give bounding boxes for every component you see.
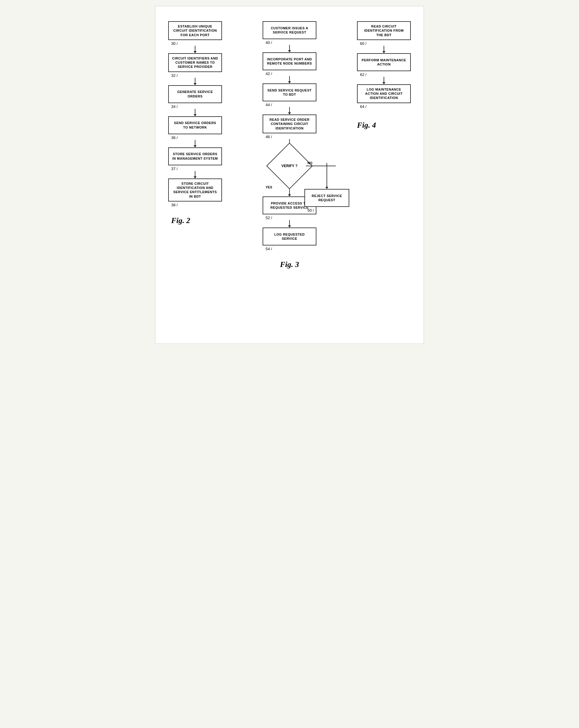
- arrowhead4: [194, 145, 197, 148]
- column-fig3: CUSTOMER ISSUES A SERVICE REQUEST 40 / I…: [227, 18, 352, 269]
- ref-40: 40 /: [266, 41, 272, 45]
- arrow-52: [289, 220, 290, 226]
- box-store-circuit: STORE CIRCUIT IDENTIFICATION AND SERVICE…: [168, 179, 222, 202]
- yes-label: YES: [266, 185, 272, 189]
- ref-37: 37 /: [171, 166, 178, 171]
- arrow-30: [195, 46, 195, 51]
- arrow-36: [195, 140, 195, 145]
- ref-44: 44 /: [266, 103, 272, 107]
- page: ESTABLISH UNIQUE CIRCUIT IDENTIFICATION …: [155, 6, 424, 344]
- box-send-orders: SEND SERVICE ORDERS TO NETWORK: [168, 116, 222, 134]
- ref-46: 46 /: [266, 134, 272, 139]
- arrow-32: [195, 78, 195, 83]
- arrowhead2: [194, 83, 197, 85]
- ref-34: 34 /: [171, 104, 178, 109]
- box-log-requested: LOG REQUESTED SERVICE: [263, 228, 316, 245]
- column-fig2: ESTABLISH UNIQUE CIRCUIT IDENTIFICATION …: [165, 18, 225, 225]
- box-log-maintenance: LOG MAINTENANCE ACTION AND CIRCUIT IDENT…: [357, 84, 411, 103]
- column-fig4: READ CIRCUIT IDENTIFICATION FROM THE BDT…: [354, 18, 414, 130]
- ref-36: 36 /: [171, 135, 178, 140]
- box-send-request: SEND SERVICE REQUEST TO BDT: [263, 83, 316, 101]
- arrowhead: [194, 51, 197, 53]
- diamond-section: VERIFY ? NO YES: [227, 147, 352, 189]
- box-store-orders: STORE SERVICE ORDERS IN MANAGEMENT SYSTE…: [168, 148, 222, 165]
- box-customer-issues: CUSTOMER ISSUES A SERVICE REQUEST: [263, 21, 316, 39]
- fig2-label: Fig. 2: [171, 216, 190, 225]
- box-incorporate: INCORPORATE PORT AND REMOTE NODE NUMBERS: [263, 52, 316, 70]
- box-read-circuit: READ CIRCUIT IDENTIFICATION FROM THE BDT: [357, 21, 411, 40]
- ref-52: 52 /: [266, 215, 272, 220]
- arrow-40: [289, 45, 290, 50]
- arrow-37: [195, 171, 195, 176]
- arrow-44: [289, 107, 290, 112]
- arrow-62: [384, 77, 384, 82]
- ref-38: 38 /: [171, 203, 178, 207]
- box-reject: REJECT SERVICE REQUEST: [304, 189, 349, 207]
- arrowhead5: [194, 176, 197, 179]
- flowchart-container: ESTABLISH UNIQUE CIRCUIT IDENTIFICATION …: [164, 18, 415, 269]
- arrow-48: [289, 189, 290, 194]
- arrow-60: [384, 46, 384, 51]
- ref-60: 60 /: [360, 41, 366, 46]
- ref-64: 64 /: [360, 104, 366, 109]
- ref-30: 30 /: [171, 41, 178, 46]
- reject-branch: REJECT SERVICE REQUEST 50 /: [304, 147, 349, 213]
- fig3-label: Fig. 3: [280, 260, 299, 269]
- box-circuit-ids: CIRCUIT IDENTIFIERS AND CUSTOMER NAMES T…: [168, 53, 222, 72]
- box-read-service: READ SERVICE ORDER CONTAINING CIRCUIT ID…: [263, 114, 316, 133]
- ref-32: 32 /: [171, 73, 178, 78]
- arrow-34: [195, 109, 195, 114]
- arrowhead3: [194, 114, 197, 116]
- arrow-42: [289, 76, 290, 81]
- ref-50: 50 /: [307, 208, 314, 213]
- box-perform: PERFORM MAINTENANCE ACTION: [357, 53, 411, 71]
- ref-62: 62 /: [360, 72, 366, 77]
- reject-vline: [327, 163, 327, 187]
- box-establish: ESTABLISH UNIQUE CIRCUIT IDENTIFICATION …: [168, 21, 222, 40]
- fig3-main: CUSTOMER ISSUES A SERVICE REQUEST 40 / I…: [227, 18, 352, 251]
- box-generate: GENERATE SERVICE ORDERS: [168, 85, 222, 103]
- ref-54: 54 /: [266, 246, 272, 251]
- ref-42: 42 /: [266, 72, 272, 76]
- fig4-label: Fig. 4: [357, 121, 376, 130]
